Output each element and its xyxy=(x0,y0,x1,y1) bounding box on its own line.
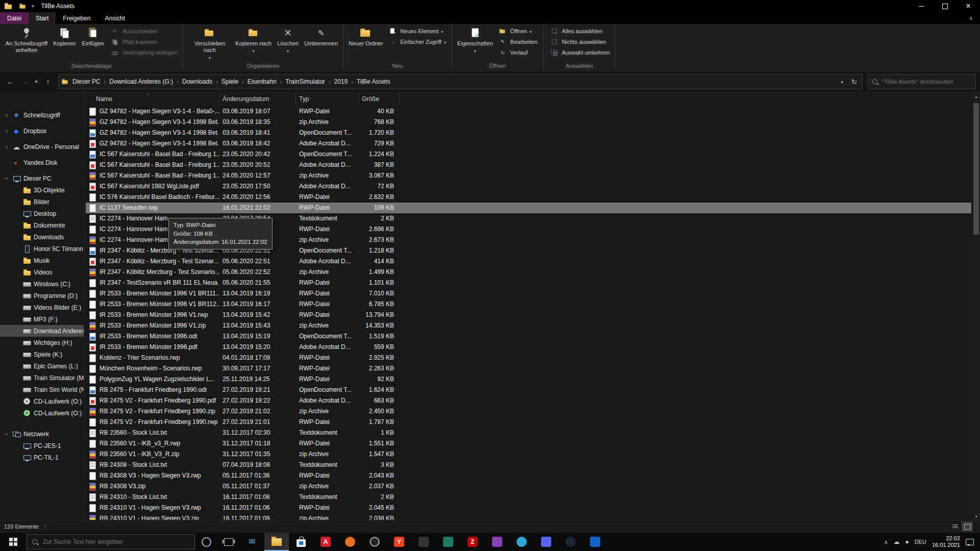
sidebar-item-dropbox[interactable]: Dropbox xyxy=(0,125,84,137)
easy-access-button[interactable]: Einfacher Zugriff xyxy=(385,36,449,47)
tray-status-icon[interactable]: ● xyxy=(905,538,909,545)
thumbnail-view-button[interactable] xyxy=(962,521,973,532)
open-button[interactable]: Öffnen xyxy=(495,26,540,36)
sidebar-item-pc-til-1[interactable]: PC-TIL-1 xyxy=(0,452,84,463)
refresh-icon[interactable] xyxy=(848,78,860,86)
sidebar-item-onedrive[interactable]: OneDrive - Personal xyxy=(0,141,84,153)
sidebar-item-drive-c[interactable]: Windows (C:) xyxy=(0,278,84,290)
ribbon-tab-view[interactable]: Ansicht xyxy=(97,12,132,24)
language-indicator[interactable]: DEU xyxy=(915,539,926,545)
file-row[interactable]: PolygonZug YL Wagen Zugzielschilder L...… xyxy=(86,374,971,385)
sidebar-item-cd-o-my[interactable]: CD-Laufwerk (O:) My xyxy=(0,407,84,419)
column-header-size[interactable]: Größe xyxy=(359,93,400,105)
pin-to-quick-access-button[interactable]: An Schnellzugriff anheften xyxy=(3,24,50,55)
file-row[interactable]: IR 2533 - Bremen Münster 1996 V1 BR112..… xyxy=(86,299,971,310)
copy-to-button[interactable]: Kopieren nach xyxy=(233,24,274,56)
chevron-down-icon[interactable] xyxy=(3,431,10,438)
file-row[interactable]: IC 1137 Seeadler.rwp16.01.2021 22:02RWP-… xyxy=(86,203,971,213)
address-dropdown-icon[interactable] xyxy=(838,78,847,85)
recent-locations-chevron-icon[interactable]: ▾ xyxy=(32,79,41,84)
taskbar-app-dark-app[interactable] xyxy=(411,533,436,551)
file-row[interactable]: IC 567 Kaiserstuhl - Basel Bad - Freibur… xyxy=(86,149,971,160)
scroll-down-icon[interactable]: ▾ xyxy=(972,513,980,520)
minimize-button[interactable] xyxy=(910,0,933,12)
file-row[interactable]: GZ 94782 - Hagen Siegen V3-1-4 - Beta0-.… xyxy=(86,106,971,117)
breadcrumb-item[interactable]: Download Anderes (G:) xyxy=(106,78,177,85)
action-center-icon[interactable] xyxy=(966,539,974,545)
delete-button[interactable]: Löschen xyxy=(274,24,302,56)
file-row[interactable]: RB 23560 - Stock List.txt31.12.2017 02:3… xyxy=(86,428,971,438)
taskbar-app-yandex-browser[interactable]: Y xyxy=(387,533,411,551)
breadcrumb-item[interactable]: Dieser PC xyxy=(69,78,104,85)
qat-customize-chevron-icon[interactable]: ▾ xyxy=(32,4,34,9)
sidebar-item-yandex-disk[interactable]: Yandex.Disk xyxy=(0,157,84,168)
minimize-ribbon-icon[interactable]: ∧ xyxy=(969,12,973,24)
sidebar-item-drive-n[interactable]: Train Sim World (N:) xyxy=(0,384,84,395)
cortana-button[interactable] xyxy=(195,533,217,551)
close-button[interactable] xyxy=(957,0,980,12)
search-input[interactable] xyxy=(881,78,971,85)
address-bar[interactable]: Dieser PCDownload Anderes (G:)DownloadsS… xyxy=(58,74,863,89)
column-header-type[interactable]: Typ xyxy=(296,93,359,105)
task-view-button[interactable] xyxy=(217,533,240,551)
breadcrumb-item[interactable]: 2019 xyxy=(330,78,351,85)
invert-selection-button[interactable]: Auswahl umkehren xyxy=(547,47,612,58)
file-row[interactable]: IR 2347 - Köblitz Merzburg - Test Szenar… xyxy=(86,267,971,278)
sidebar-item-network[interactable]: Netzwerk xyxy=(0,428,84,440)
chevron-right-icon[interactable] xyxy=(3,143,10,151)
copy-path-button[interactable]: Pfad kopieren xyxy=(107,36,180,47)
file-row[interactable]: RB 2475 V2 - Frankfurt Friedberg 1990.zi… xyxy=(86,406,971,417)
file-row[interactable]: RB 23560 V1 - iKB_v3_R.rwp31.12.2017 01:… xyxy=(86,438,971,449)
sidebar-item-drive-f[interactable]: MP3 (F:) xyxy=(0,313,84,325)
sidebar-item-music[interactable]: Musik xyxy=(0,255,84,266)
explorer-search-box[interactable] xyxy=(868,74,976,89)
tray-overflow-chevron-icon[interactable]: ∧ xyxy=(884,539,888,545)
file-row[interactable]: IC 576 Kaiserstuhl Basel Badisch - Freib… xyxy=(86,192,971,203)
taskbar-search-box[interactable] xyxy=(27,534,195,549)
taskbar-app-media-player[interactable] xyxy=(362,533,387,551)
up-button[interactable]: ↑ xyxy=(41,78,55,86)
sidebar-item-cd-o-m[interactable]: CD-Laufwerk (O:) M xyxy=(0,395,84,407)
taskbar-app-filezilla[interactable]: Z xyxy=(460,533,485,551)
chevron-right-icon[interactable] xyxy=(3,112,10,119)
sidebar-item-videos[interactable]: Videos xyxy=(0,266,84,278)
file-row[interactable]: GZ 94782 - Hagen Siegen V3-1-4 1998 Bet.… xyxy=(86,128,971,138)
taskbar-app-microsoft-store[interactable] xyxy=(289,533,313,551)
breadcrumb-item[interactable]: Downloads xyxy=(179,78,216,85)
file-row[interactable]: RB 24308 - Stock List.txt07.04.2019 18:0… xyxy=(86,460,971,470)
taskbar-app-firefox[interactable] xyxy=(338,533,362,551)
sidebar-item-downloads[interactable]: Downloads xyxy=(0,231,84,243)
move-to-button[interactable]: Verschieben nach xyxy=(186,24,233,63)
maximize-button[interactable] xyxy=(933,0,957,12)
chevron-down-icon[interactable] xyxy=(3,175,10,182)
taskbar-app-file-explorer[interactable] xyxy=(264,533,289,551)
file-row[interactable]: RB 2475 - Frankfurt Friedberg 1990.odt27… xyxy=(86,385,971,395)
chevron-right-icon[interactable] xyxy=(3,128,10,135)
qat-new-folder-icon[interactable] xyxy=(19,3,26,10)
taskbar-app-teamviewer[interactable] xyxy=(583,533,607,551)
paste-shortcut-button[interactable]: Verknüpfung einfügen xyxy=(107,47,180,58)
file-row[interactable]: RB 2475 V2 - Frankfurt Friedberg 1990.pd… xyxy=(86,395,971,406)
file-row[interactable]: IR 2533 - Bremen Münster 1996 V1 BR111..… xyxy=(86,288,971,299)
sidebar-item-honor-5c[interactable]: Honor 5C Tilmann xyxy=(0,243,84,255)
column-header-name[interactable]: Name› xyxy=(86,93,219,105)
ribbon-tab-file[interactable]: Datei xyxy=(0,12,29,24)
file-row[interactable]: IR 2533 - Bremen Münster 1996.odt13.04.2… xyxy=(86,331,971,342)
clock[interactable]: 22:02 16.01.2021 xyxy=(932,535,960,548)
file-row[interactable]: IR 2347 - Köblitz - Merzburg - Test Szen… xyxy=(86,256,971,267)
file-row[interactable]: GZ 94782 - Hagen Siegen V3-1-4 1998 Bet.… xyxy=(86,138,971,149)
column-header-date[interactable]: Änderungsdatum xyxy=(219,93,296,105)
select-all-button[interactable]: Alles auswählen xyxy=(547,26,612,36)
taskbar-app-adobe-acrobat[interactable]: A xyxy=(313,533,338,551)
file-row[interactable]: Koblenz - Trier Szenarios.rwp04.01.2018 … xyxy=(86,353,971,363)
breadcrumb-item[interactable]: Eisenbahn xyxy=(244,78,280,85)
new-item-button[interactable]: Neues Element xyxy=(385,26,449,36)
scroll-up-icon[interactable]: ▴ xyxy=(972,93,980,101)
sidebar-item-drive-d[interactable]: Programme (D:) xyxy=(0,290,84,302)
file-row[interactable]: RB 24310 - Stock List.txt16.11.2017 01:0… xyxy=(86,492,971,503)
sidebar-item-documents[interactable]: Dokumente xyxy=(0,219,84,231)
taskbar-app-creative-app[interactable] xyxy=(485,533,509,551)
file-row[interactable]: RB 24310 V1 - Hagen Siegen V3.zip16.11.2… xyxy=(86,513,971,520)
sidebar-item-drive-k[interactable]: Spiele (K:) xyxy=(0,348,84,360)
file-row[interactable]: IR 2533 - Bremen Münster 1996.pdf13.04.2… xyxy=(86,342,971,353)
